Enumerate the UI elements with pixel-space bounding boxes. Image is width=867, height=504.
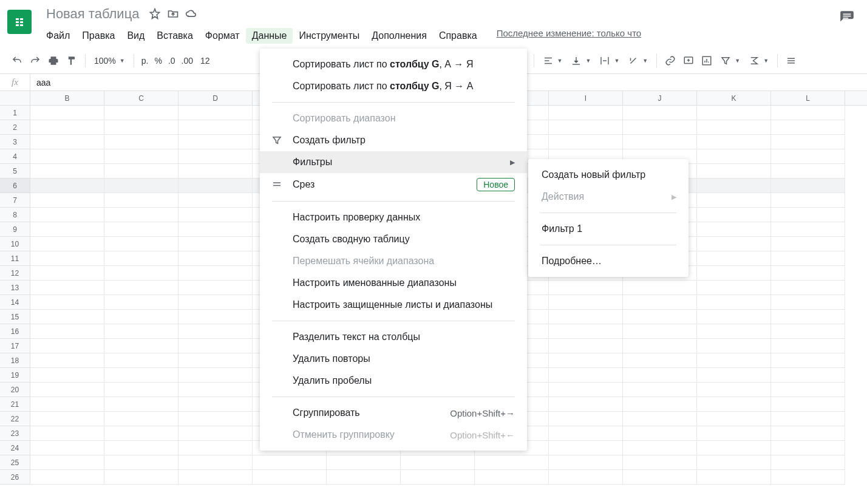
cell[interactable] — [104, 310, 178, 324]
cell[interactable] — [771, 251, 845, 266]
menu-data-validation[interactable]: Настроить проверку данных — [260, 206, 527, 228]
cell[interactable] — [104, 281, 178, 295]
cell[interactable] — [30, 441, 104, 455]
cell[interactable] — [30, 208, 104, 222]
cell[interactable] — [104, 295, 178, 310]
cell[interactable] — [30, 281, 104, 295]
cell[interactable] — [771, 412, 845, 426]
submenu-filter-1[interactable]: Фильтр 1 — [528, 218, 688, 240]
cell[interactable] — [30, 310, 104, 324]
cell[interactable] — [771, 106, 845, 120]
cell[interactable] — [771, 164, 845, 179]
column-header-B[interactable]: B — [30, 91, 104, 105]
cell[interactable] — [697, 149, 771, 164]
row-header[interactable]: 15 — [0, 310, 30, 324]
cell[interactable] — [697, 281, 771, 295]
cell[interactable] — [697, 164, 771, 179]
cell[interactable] — [104, 266, 178, 281]
cell[interactable] — [104, 426, 178, 441]
cell[interactable] — [697, 339, 771, 353]
cell[interactable] — [30, 339, 104, 353]
cell[interactable] — [697, 324, 771, 339]
cell[interactable] — [549, 295, 623, 310]
column-header-D[interactable]: D — [178, 91, 253, 105]
cell[interactable] — [178, 179, 253, 193]
cell[interactable] — [771, 222, 845, 237]
cell[interactable] — [771, 237, 845, 251]
cell[interactable] — [697, 455, 771, 470]
cell[interactable] — [623, 135, 697, 149]
cell[interactable] — [401, 470, 475, 485]
cell[interactable] — [178, 412, 253, 426]
cell[interactable] — [104, 208, 178, 222]
cell[interactable] — [30, 222, 104, 237]
cell[interactable] — [30, 295, 104, 310]
cell[interactable] — [771, 208, 845, 222]
fx-label[interactable]: fx — [0, 74, 30, 90]
percent-button[interactable]: % — [152, 56, 164, 66]
cell[interactable] — [30, 251, 104, 266]
cell[interactable] — [771, 149, 845, 164]
cell[interactable] — [104, 222, 178, 237]
row-header[interactable]: 1 — [0, 106, 30, 120]
cell[interactable] — [104, 135, 178, 149]
row-header[interactable]: 20 — [0, 383, 30, 397]
cell[interactable] — [549, 397, 623, 412]
cell[interactable] — [623, 281, 697, 295]
valign-icon[interactable]: ▼ — [567, 52, 594, 69]
cell[interactable] — [178, 455, 253, 470]
cell[interactable] — [178, 222, 253, 237]
comment-add-icon[interactable] — [680, 52, 697, 69]
cell[interactable] — [697, 412, 771, 426]
cell[interactable] — [178, 281, 253, 295]
row-header[interactable]: 13 — [0, 281, 30, 295]
cell[interactable] — [623, 441, 697, 455]
cell[interactable] — [30, 164, 104, 179]
cell[interactable] — [30, 266, 104, 281]
column-header-L[interactable]: L — [771, 91, 845, 105]
menu-help[interactable]: Справка — [433, 28, 483, 44]
cell[interactable] — [697, 383, 771, 397]
menu-tools[interactable]: Инструменты — [293, 28, 365, 44]
cell[interactable] — [178, 426, 253, 441]
cell[interactable] — [104, 441, 178, 455]
cell[interactable] — [30, 135, 104, 149]
menu-file[interactable]: Файл — [40, 28, 76, 44]
cell[interactable] — [549, 368, 623, 383]
row-header[interactable]: 16 — [0, 324, 30, 339]
cell[interactable] — [549, 455, 623, 470]
undo-icon[interactable] — [8, 52, 25, 69]
halign-icon[interactable]: ▼ — [539, 52, 566, 69]
cell[interactable] — [30, 179, 104, 193]
cell[interactable] — [549, 339, 623, 353]
row-header[interactable]: 2 — [0, 120, 30, 135]
cell[interactable] — [178, 441, 253, 455]
cell[interactable] — [178, 353, 253, 368]
cell[interactable] — [104, 251, 178, 266]
cell[interactable] — [104, 149, 178, 164]
link-icon[interactable] — [662, 52, 679, 69]
cell[interactable] — [771, 383, 845, 397]
cell[interactable] — [104, 324, 178, 339]
dec-more-button[interactable]: .00 — [179, 56, 195, 66]
row-header[interactable]: 19 — [0, 368, 30, 383]
cell[interactable] — [30, 120, 104, 135]
cell[interactable] — [771, 426, 845, 441]
column-header-K[interactable]: K — [697, 91, 771, 105]
cell[interactable] — [697, 397, 771, 412]
row-header[interactable]: 17 — [0, 339, 30, 353]
currency-button[interactable]: р. — [139, 56, 151, 66]
cell[interactable] — [697, 310, 771, 324]
menu-view[interactable]: Вид — [121, 28, 151, 44]
cell[interactable] — [623, 368, 697, 383]
star-icon[interactable] — [149, 8, 161, 20]
cell[interactable] — [104, 397, 178, 412]
cell[interactable] — [178, 397, 253, 412]
cell[interactable] — [178, 164, 253, 179]
row-header[interactable]: 6 — [0, 179, 30, 193]
rotate-icon[interactable]: ▼ — [624, 52, 651, 69]
menu-data[interactable]: Данные — [246, 28, 293, 44]
cell[interactable] — [771, 310, 845, 324]
cell[interactable] — [178, 310, 253, 324]
row-header[interactable]: 9 — [0, 222, 30, 237]
